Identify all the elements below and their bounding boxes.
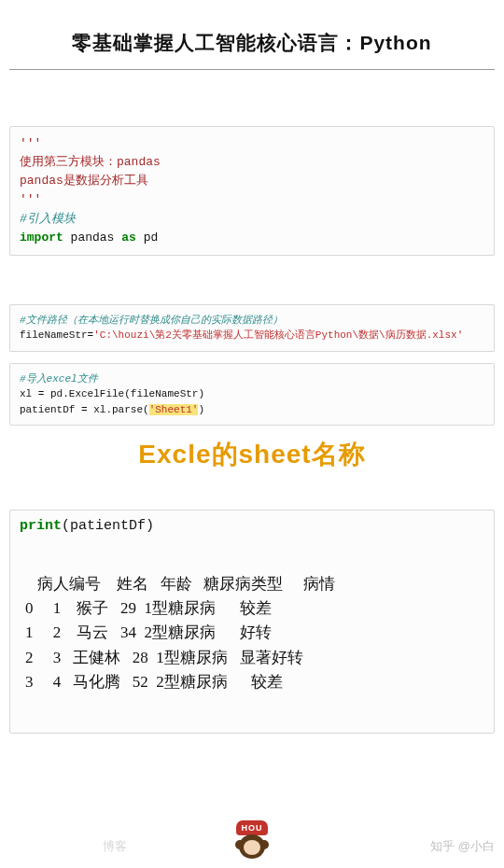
code-text: pd <box>136 231 158 245</box>
code-keyword: import <box>20 231 63 245</box>
code-comment: #引入模块 <box>20 212 76 226</box>
divider <box>9 69 495 70</box>
code-keyword: print <box>20 518 62 534</box>
code-block-output: print(patientDf) 病人编号 姓名 年龄 糖尿病类型 病情 0 1… <box>9 510 495 733</box>
code-line: xl = pd.ExcelFile(fileNameStr) <box>20 388 204 399</box>
code-keyword: as <box>121 231 136 245</box>
code-comment: #文件路径（在本地运行时替换成你自己的实际数据路径） <box>20 315 283 326</box>
monkey-logo-icon: HOU <box>236 820 268 862</box>
code-comment: #导入excel文件 <box>20 373 98 385</box>
output-table: 病人编号 姓名 年龄 糖尿病类型 病情 0 1 猴子 29 1型糖尿病 较差 1… <box>25 547 479 719</box>
page: 零基础掌握人工智能核心语言：Python ''' 使用第三方模块：pandas … <box>0 0 504 868</box>
table-row: 1 2 马云 34 2型糖尿病 好转 <box>25 623 272 641</box>
table-row: 3 4 马化腾 52 2型糖尿病 较差 <box>25 673 283 691</box>
code-string: 'C:\houzi\第2关零基础掌握人工智能核心语言Python\数据\病历数据… <box>93 329 463 341</box>
logo-label: HOU <box>236 820 268 835</box>
watermark-left: 博客 <box>103 838 127 855</box>
code-text: pandas <box>63 231 121 245</box>
code-text: fileNameStr= <box>20 329 93 341</box>
code-line: 使用第三方模块：pandas <box>20 155 161 169</box>
code-line: ''' <box>20 192 41 206</box>
code-block-intro: ''' 使用第三方模块：pandas pandas是数据分析工具 ''' #引入… <box>9 126 495 256</box>
table-row: 2 3 王健林 28 1型糖尿病 显著好转 <box>25 649 303 666</box>
page-title: 零基础掌握人工智能核心语言：Python <box>9 0 495 69</box>
code-text: (patientDf) <box>62 518 154 534</box>
code-text: patientDf = xl.parse( <box>20 404 149 415</box>
table-header: 病人编号 姓名 年龄 糖尿病类型 病情 <box>25 575 335 593</box>
code-text: ) <box>198 404 204 415</box>
code-string-highlight: 'Sheet1' <box>149 404 199 415</box>
code-block-path: #文件路径（在本地运行时替换成你自己的实际数据路径） fileNameStr='… <box>9 304 495 352</box>
spacer <box>9 267 495 304</box>
code-line: pandas是数据分析工具 <box>20 174 148 188</box>
annotation-label: Excle的sheet名称 <box>9 437 495 472</box>
code-block-parse: #导入excel文件 xl = pd.ExcelFile(fileNameStr… <box>9 363 495 427</box>
table-row: 0 1 猴子 29 1型糖尿病 较差 <box>25 599 272 617</box>
code-line: ''' <box>20 136 41 150</box>
watermark-right: 知乎 @小白 <box>430 838 495 855</box>
footer-logo-wrap: HOU <box>0 818 504 862</box>
